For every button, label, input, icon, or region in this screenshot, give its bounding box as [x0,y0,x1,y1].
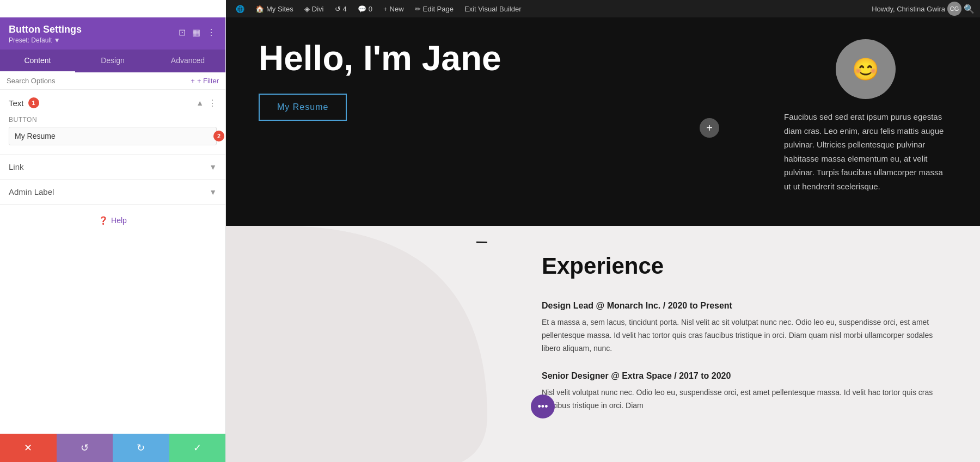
save-icon: ✓ [193,442,201,454]
panel-header-left: Button Settings Preset: Default ▼ [9,24,82,44]
link-section-header[interactable]: Link ▼ [0,155,225,179]
edit-page-item[interactable]: ✏ Edit Page [411,0,458,17]
cancel-button[interactable]: ✕ [0,434,57,462]
hero-resume-button[interactable]: My Resume [259,94,347,121]
wp-icon: 🌐 [236,5,244,13]
admin-label-chevron-down-icon[interactable]: ▼ [209,188,217,196]
experience-content: Experience Design Lead @ Monarch Inc. / … [542,253,947,412]
bubble-icon: 💬 [358,5,366,13]
link-label: Link [9,162,24,171]
text-section: Text 1 ▲ ⋮ Button 2 [0,90,225,155]
panel-preset[interactable]: Preset: Default ▼ [9,36,82,44]
pencil-icon: ✏ [415,5,421,13]
admin-bar-right: Howdy, Christina Gwira CG 🔍 [872,2,975,16]
tab-advanced[interactable]: Advanced [150,50,225,72]
admin-label-controls: ▼ [209,188,217,196]
hero-title: Hello, I'm Jane [259,39,762,77]
admin-label-title: Admin Label [9,187,54,196]
plus-icon: + [383,5,388,13]
main-layout: Button Settings Preset: Default ▼ ⊡ ▦ ⋮ … [0,17,980,462]
text-chevron-up-icon[interactable]: ▲ [196,98,204,107]
home-icon: 🏠 [255,5,264,13]
cancel-icon: ✕ [24,442,32,454]
job-title-1: Design Lead @ Monarch Inc. / 2020 to Pre… [542,301,947,311]
hero-section: Hello, I'm Jane My Resume + 😊 Faucibus s… [226,17,980,226]
new-item[interactable]: + New [379,0,408,17]
wp-admin-bar: 🌐 🏠 My Sites ◈ Divi ↺ 4 💬 0 + New ✏ Edit… [226,0,980,17]
text-more-icon[interactable]: ⋮ [208,98,217,108]
panel-header: Button Settings Preset: Default ▼ ⊡ ▦ ⋮ [0,17,225,50]
search-icon[interactable]: 🔍 [964,4,975,14]
add-element-button[interactable]: + [700,118,719,138]
panel-content: Text 1 ▲ ⋮ Button 2 [0,90,225,434]
button-field-badge: 2 [213,131,224,141]
job-desc-1: Et a massa a, sem lacus, tincidunt porta… [542,316,947,355]
search-bar: + + Filter [0,72,225,90]
divi-item[interactable]: ◈ Divi [300,0,328,17]
filter-plus-icon: + [191,77,195,85]
experience-art [226,226,487,462]
job-title-2: Senior Designer @ Extra Space / 2017 to … [542,371,947,381]
filter-button[interactable]: + + Filter [191,77,219,85]
wp-logo-item[interactable]: 🌐 [231,0,249,17]
hero-left: Hello, I'm Jane My Resume + [259,39,762,121]
redo-icon: ↻ [137,442,145,454]
comments-item[interactable]: ↺ 4 [330,0,351,17]
link-chevron-down-icon[interactable]: ▼ [209,163,217,171]
undo-icon: ↺ [81,442,89,454]
job-desc-2: Nisl velit volutpat nunc nec. Odio leo e… [542,386,947,412]
help-button[interactable]: ❓ Help [99,216,127,225]
help-circle-icon: ❓ [99,216,108,225]
panel-header-icons: ⊡ ▦ ⋮ [177,26,217,39]
my-sites-item[interactable]: 🏠 My Sites [251,0,298,17]
hero-description: Faucibus sed sed erat ipsum purus egesta… [784,110,947,193]
job-entry-2: Senior Designer @ Extra Space / 2017 to … [542,371,947,412]
tab-design[interactable]: Design [75,50,150,72]
text-label: Text [9,98,24,108]
text-section-header[interactable]: Text 1 ▲ ⋮ [0,90,225,116]
layout-icon[interactable]: ▦ [191,26,201,39]
refresh-icon: ↺ [335,5,341,13]
experience-title: Experience [542,253,947,279]
search-input[interactable] [7,77,191,85]
howdy-text: Howdy, Christina Gwira [872,5,945,13]
divi-icon: ◈ [304,5,310,13]
more-icon[interactable]: ⋮ [206,26,217,39]
save-button[interactable]: ✓ [169,434,226,462]
help-section: ❓ Help [0,205,225,236]
admin-label-section-header[interactable]: Admin Label ▼ [0,180,225,204]
text-section-title: Text 1 [9,97,39,108]
link-section-controls: ▼ [209,163,217,171]
admin-label-section: Admin Label ▼ [0,180,225,205]
button-field-label: Button [9,116,217,124]
undo-button[interactable]: ↺ [57,434,113,462]
left-panel: Button Settings Preset: Default ▼ ⊡ ▦ ⋮ … [0,17,226,462]
admin-label-text: Admin Label [9,187,54,196]
help-label: Help [111,216,127,225]
redo-button[interactable]: ↻ [113,434,169,462]
hero-right: 😊 Faucibus sed sed erat ipsum purus eges… [784,39,947,193]
profile-picture: 😊 [836,39,896,99]
canvas-area: Hello, I'm Jane My Resume + 😊 Faucibus s… [226,17,980,462]
bottom-bar: ✕ ↺ ↻ ✓ [0,434,225,462]
text-badge: 1 [28,97,39,108]
bubble-item[interactable]: 💬 0 [353,0,377,17]
floating-dots-button[interactable]: ••• [531,395,555,418]
button-field-wrapper: 2 [9,127,217,145]
text-section-controls: ▲ ⋮ [196,98,217,108]
link-section: Link ▼ [0,155,225,180]
avatar: CG [947,2,961,16]
job-entry-1: Design Lead @ Monarch Inc. / 2020 to Pre… [542,301,947,355]
edit-page-label: Edit Page [423,5,454,13]
divi-label: Divi [312,5,324,13]
tab-content[interactable]: Content [0,50,75,72]
tab-bar: Content Design Advanced [0,50,225,72]
resize-icon[interactable]: ⊡ [177,26,187,39]
link-section-title: Link [9,162,24,171]
new-label: New [390,5,404,13]
my-sites-label: My Sites [266,5,293,13]
bubble-count: 0 [369,5,372,13]
button-text-input[interactable] [9,127,217,145]
exit-visual-builder-item[interactable]: Exit Visual Builder [460,0,526,17]
comment-count: 4 [343,5,347,13]
